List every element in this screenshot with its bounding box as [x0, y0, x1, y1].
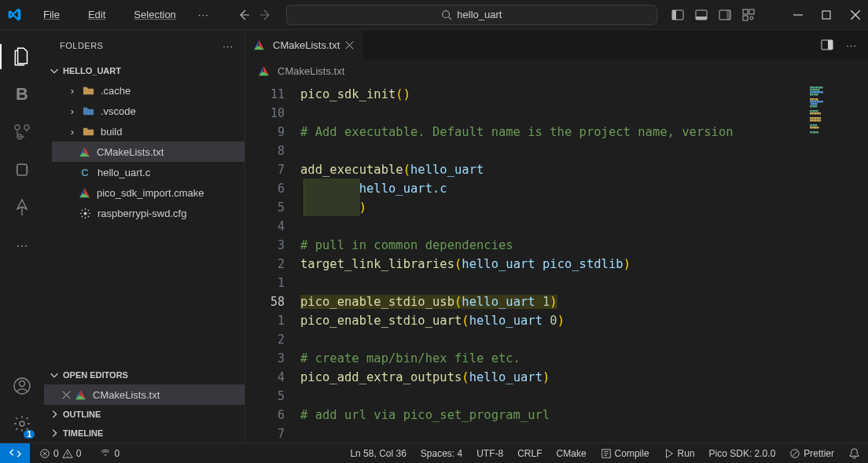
close-tab-icon[interactable]: [344, 40, 355, 50]
cmake-icon: [253, 39, 265, 51]
svg-rect-7: [726, 10, 730, 20]
activity-compass[interactable]: [0, 189, 44, 226]
search-icon: [441, 9, 452, 20]
file-tree: › .cache › .vscode › build CMakeLists.tx…: [44, 80, 245, 223]
svg-point-54: [105, 454, 107, 455]
nav-arrows: [237, 9, 272, 21]
svg-point-25: [20, 421, 24, 426]
status-lncol[interactable]: Ln 58, Col 36: [350, 448, 406, 459]
prettier-ban-icon: [789, 448, 800, 459]
close-icon[interactable]: [61, 390, 72, 400]
compile-icon: [601, 448, 612, 459]
activity-more[interactable]: ···: [0, 226, 44, 264]
tab-cmakelists[interactable]: CMakeLists.txt: [245, 30, 363, 60]
folder-cache[interactable]: › .cache: [52, 80, 245, 101]
activity-chip[interactable]: [0, 151, 44, 189]
sidebar-header: FOLDERS ···: [44, 30, 245, 61]
layout-sidebar-right-icon[interactable]: [719, 9, 731, 21]
menubar: File Edit Selection ···: [31, 6, 215, 24]
status-spaces[interactable]: Spaces: 4: [421, 448, 462, 459]
folder-root[interactable]: HELLO_UART: [44, 61, 245, 80]
layout-sidebar-left-icon[interactable]: [671, 9, 684, 21]
activity-source-control[interactable]: [0, 113, 44, 151]
status-sdk[interactable]: Pico SDK: 2.0.0: [709, 448, 776, 459]
activity-bold[interactable]: B: [0, 75, 44, 113]
chevron-right-icon: [49, 428, 60, 439]
cmake-icon: [79, 187, 90, 199]
chevron-right-icon: ›: [66, 126, 79, 138]
open-editor-item[interactable]: CMakeLists.txt: [44, 384, 245, 405]
svg-point-53: [67, 455, 68, 456]
customize-layout-icon[interactable]: [742, 9, 755, 21]
menu-more[interactable]: ···: [192, 6, 215, 24]
sidebar-more-icon[interactable]: ···: [223, 40, 234, 52]
svg-rect-10: [743, 16, 748, 20]
file-raspberry-cfg[interactable]: raspberrypi-swd.cfg: [52, 203, 245, 223]
nav-forward-icon[interactable]: [259, 9, 272, 21]
status-run[interactable]: Run: [664, 448, 695, 459]
chevron-down-icon: [49, 369, 60, 380]
line-gutter: 1110987654321581234567: [245, 82, 300, 443]
split-editor-icon[interactable]: [821, 39, 833, 51]
svg-rect-16: [17, 164, 27, 175]
c-file-icon: C: [79, 166, 91, 178]
status-prettier[interactable]: Prettier: [789, 448, 834, 459]
svg-rect-5: [696, 17, 707, 20]
sidebar-title: FOLDERS: [60, 41, 103, 50]
minimap[interactable]: ████ ███ ██████ ████ █████████████████ █…: [807, 82, 868, 443]
open-editors-section[interactable]: OPEN EDITORS: [44, 366, 245, 384]
chevron-right-icon: ›: [66, 85, 79, 97]
status-problems[interactable]: 0 0: [39, 448, 81, 459]
activity-bar: B ··· 1: [0, 30, 44, 443]
svg-rect-3: [672, 10, 676, 20]
tabs-row: CMakeLists.txt ···: [245, 30, 868, 60]
file-cmakelists[interactable]: CMakeLists.txt: [52, 141, 245, 162]
nav-back-icon[interactable]: [237, 9, 250, 21]
sidebar: FOLDERS ··· HELLO_UART › .cache › .vscod…: [44, 30, 245, 443]
cmake-icon: [258, 65, 270, 77]
maximize-icon[interactable]: [821, 9, 832, 20]
command-center[interactable]: hello_uart: [286, 5, 657, 25]
play-icon: [664, 448, 675, 459]
outline-section[interactable]: OUTLINE: [44, 405, 245, 424]
titlebar: File Edit Selection ··· hello_uart: [0, 0, 868, 30]
folder-vscode[interactable]: › .vscode: [52, 101, 245, 121]
status-ports[interactable]: 0: [100, 448, 120, 459]
folder-icon: [82, 125, 94, 138]
breadcrumb[interactable]: CMakeLists.txt: [245, 60, 868, 82]
close-icon[interactable]: [849, 9, 862, 21]
file-hello-c[interactable]: C hello_uart.c: [52, 162, 245, 182]
folder-icon: [82, 105, 94, 117]
menu-selection[interactable]: Selection: [121, 6, 188, 24]
status-lang[interactable]: CMake: [557, 448, 587, 459]
activity-account[interactable]: [0, 367, 44, 405]
menu-edit[interactable]: Edit: [75, 6, 118, 24]
minimize-icon[interactable]: [793, 9, 804, 20]
file-pico-import[interactable]: pico_sdk_import.cmake: [52, 182, 245, 203]
remote-button[interactable]: [0, 443, 30, 464]
folder-build[interactable]: › build: [52, 121, 245, 141]
folder-icon: [82, 84, 94, 97]
body-area: B ··· 1 FOLDERS ··· HELLO_UART: [0, 30, 868, 443]
svg-point-33: [83, 211, 86, 215]
code-content[interactable]: pico_sdk_init() # Add executable. Defaul…: [300, 82, 807, 443]
menu-file[interactable]: File: [31, 6, 72, 24]
status-encoding[interactable]: UTF-8: [476, 448, 503, 459]
activity-settings[interactable]: 1: [0, 405, 44, 443]
chevron-right-icon: ›: [66, 105, 79, 117]
svg-rect-9: [749, 9, 754, 14]
editor-more-icon[interactable]: ···: [846, 39, 857, 51]
timeline-section[interactable]: TIMELINE: [44, 424, 245, 443]
warning-icon: [62, 448, 73, 459]
status-eol[interactable]: CRLF: [517, 448, 542, 459]
chevron-down-icon: [49, 65, 60, 76]
editor-area: CMakeLists.txt ··· CMakeLists.txt 111098…: [245, 30, 868, 443]
activity-explorer[interactable]: [0, 38, 44, 75]
cmake-icon: [79, 146, 90, 158]
status-compile[interactable]: Compile: [601, 448, 649, 459]
editor-body[interactable]: 1110987654321581234567 pico_sdk_init() #…: [245, 82, 868, 443]
status-bell[interactable]: [848, 447, 860, 459]
layout-panel-icon[interactable]: [695, 9, 708, 21]
error-icon: [39, 448, 50, 459]
svg-rect-13: [822, 11, 830, 19]
